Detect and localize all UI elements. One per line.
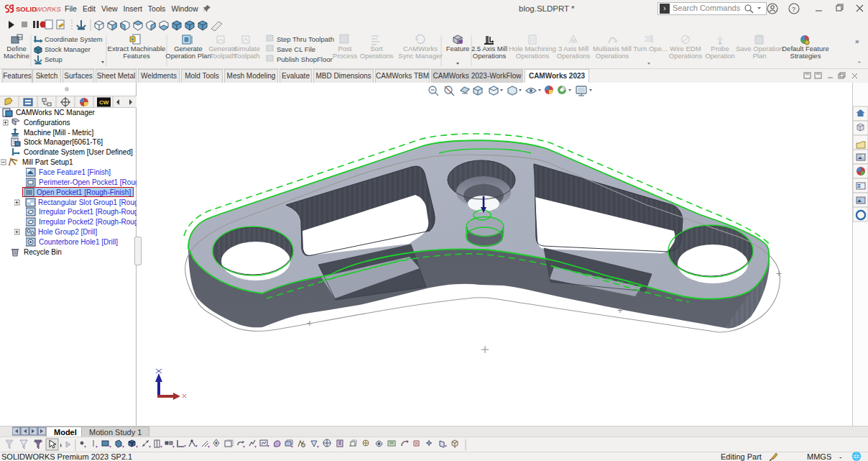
svg-text:SOLID: SOLID — [16, 5, 37, 13]
svg-text:»: » — [855, 37, 859, 45]
svg-text:?: ? — [792, 6, 795, 13]
svg-text:⌃: ⌃ — [857, 60, 862, 68]
svg-text:WORKS: WORKS — [35, 5, 61, 13]
